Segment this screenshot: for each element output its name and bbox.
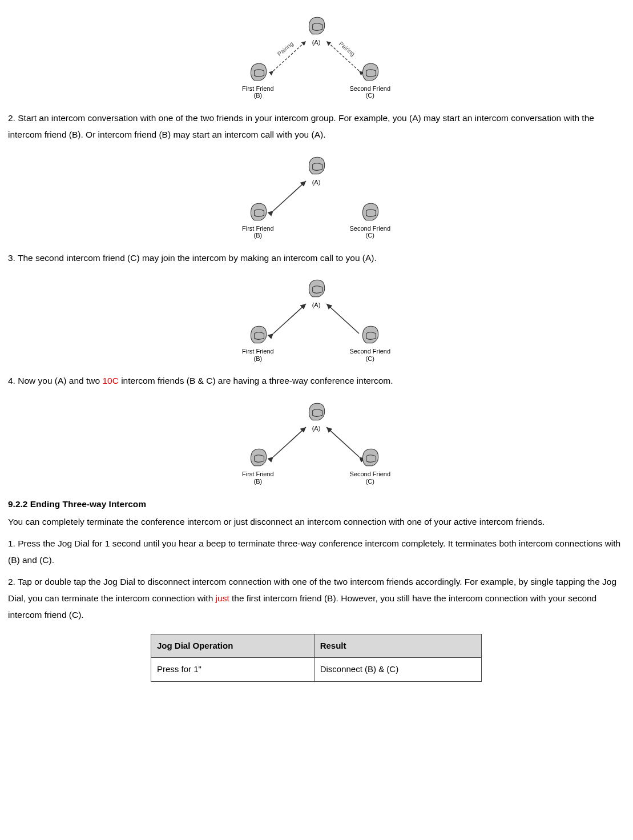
step3-diagram: (A) First Friend (B) Second Friend (C) bbox=[8, 276, 624, 362]
node-c: Second Friend (C) bbox=[349, 323, 390, 362]
label-c-name: Second Friend bbox=[349, 225, 390, 232]
label-b-name: First Friend bbox=[242, 225, 274, 232]
step2-diagram: (A) First Friend (B) Second Friend (C) bbox=[8, 154, 624, 239]
heading-922: 9.2.2 Ending Three-way Intercom bbox=[8, 496, 624, 512]
node-b: First Friend (B) bbox=[242, 60, 274, 99]
jog-dial-table: Jog Dial Operation Result Press for 1" D… bbox=[151, 634, 482, 682]
helmet-icon bbox=[358, 60, 382, 84]
helmet-icon bbox=[246, 445, 270, 469]
label-b-name: First Friend bbox=[242, 85, 274, 93]
label-c-name: Second Friend bbox=[349, 348, 390, 355]
node-c: Second Friend (C) bbox=[349, 445, 390, 485]
label-c-name: Second Friend bbox=[349, 85, 390, 93]
label-c-sub: (C) bbox=[366, 232, 374, 239]
helmet-icon bbox=[304, 14, 328, 38]
table-cell-operation: Press for 1" bbox=[151, 658, 315, 682]
table-header-operation: Jog Dial Operation bbox=[151, 634, 315, 658]
step-4-text: 4. Now you (A) and two 10C intercom frie… bbox=[8, 372, 624, 389]
helmet-icon bbox=[304, 276, 328, 300]
helmet-icon bbox=[246, 60, 270, 84]
svg-line-5 bbox=[273, 427, 306, 457]
node-b: First Friend (B) bbox=[242, 323, 274, 362]
label-c-sub: (C) bbox=[366, 478, 374, 485]
node-b: First Friend (B) bbox=[242, 445, 274, 485]
svg-line-2 bbox=[273, 181, 306, 211]
step-3-text: 3. The second intercom friend (C) may jo… bbox=[8, 250, 624, 266]
helmet-icon bbox=[246, 323, 270, 347]
label-a: (A) bbox=[312, 302, 321, 309]
label-b-sub: (B) bbox=[253, 478, 262, 485]
label-c-sub: (C) bbox=[366, 355, 374, 363]
helmet-icon bbox=[304, 154, 328, 178]
end-p1: You can completely terminate the confere… bbox=[8, 513, 624, 530]
node-b: First Friend (B) bbox=[242, 200, 274, 239]
end-step2: 2. Tap or double tap the Jog Dial to dis… bbox=[8, 573, 624, 624]
label-b-sub: (B) bbox=[253, 92, 262, 99]
label-c-name: Second Friend bbox=[349, 471, 390, 478]
end-step2-red: just bbox=[216, 593, 229, 603]
step-2-text: 2. Start an intercom conversation with o… bbox=[8, 110, 624, 143]
node-c: Second Friend (C) bbox=[349, 60, 390, 99]
label-a: (A) bbox=[312, 425, 321, 432]
table-cell-result: Disconnect (B) & (C) bbox=[314, 658, 481, 682]
pairing-diagram: Pairing Pairing (A) First Friend (B) Sec… bbox=[8, 14, 624, 99]
helmet-icon bbox=[358, 200, 382, 224]
table-row: Press for 1" Disconnect (B) & (C) bbox=[151, 658, 482, 682]
node-a: (A) bbox=[304, 400, 328, 432]
label-b-name: First Friend bbox=[242, 471, 274, 478]
step4-diagram: (A) First Friend (B) Second Friend (C) bbox=[8, 400, 624, 485]
label-b-sub: (B) bbox=[253, 355, 262, 363]
node-c: Second Friend (C) bbox=[349, 200, 390, 239]
label-a: (A) bbox=[312, 39, 321, 46]
table-header-result: Result bbox=[314, 634, 481, 658]
svg-line-3 bbox=[273, 304, 306, 333]
step-4-red: 10C bbox=[102, 376, 118, 385]
helmet-icon bbox=[358, 323, 382, 347]
node-a: (A) bbox=[304, 276, 328, 309]
label-c-sub: (C) bbox=[366, 92, 374, 99]
label-a: (A) bbox=[312, 179, 321, 186]
label-b-sub: (B) bbox=[253, 232, 262, 239]
helmet-icon bbox=[358, 445, 382, 469]
helmet-icon bbox=[304, 400, 328, 424]
node-a: (A) bbox=[304, 154, 328, 186]
end-step1: 1. Press the Jog Dial for 1 second until… bbox=[8, 535, 624, 569]
label-b-name: First Friend bbox=[242, 348, 274, 355]
helmet-icon bbox=[246, 200, 270, 224]
node-a: (A) bbox=[304, 14, 328, 46]
